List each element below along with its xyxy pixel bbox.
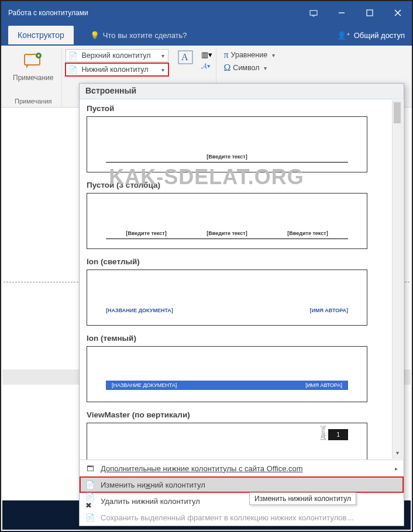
scroll-thumb[interactable] [394,102,401,123]
lightbulb-icon: 💡 [90,31,99,40]
group-label-notes: Примечания [15,98,52,105]
minimize-button[interactable] [328,1,356,25]
ribbon-tabs-row: Конструктор 💡 Что вы хотите сделать? 👤⁺ … [1,25,412,46]
svg-rect-2 [367,10,373,16]
gallery-item-title: ViewMaster (по вертикали) [84,406,391,422]
equation-button[interactable]: π Уравнение ▾ [220,49,278,61]
quickparts-icon[interactable]: ▥▾ [201,50,212,59]
window-controls [300,1,412,25]
page-delete-icon: 📄✖ [85,496,95,506]
chevron-down-icon: ▾ [264,65,267,71]
page-icon: 📄 [68,51,78,60]
share-icon: 👤⁺ [337,31,350,40]
svg-text:A: A [181,52,188,62]
gallery-item-title: Ion (темный) [84,329,391,345]
scroll-down-icon[interactable]: ▾ [393,447,402,458]
textbox-button[interactable]: A [175,49,195,65]
omega-icon: Ω [223,63,230,73]
page-icon: 📄 [68,65,78,74]
gallery-item-title: Ion (светлый) [84,253,391,268]
ribbon-display-options-button[interactable] [300,1,328,25]
symbol-button[interactable]: Ω Символ ▾ [220,62,270,74]
gallery-item-title: Пустой [84,99,391,115]
page-icon: 📄 [85,480,95,489]
gallery-item-title: Пустой (3 столбца) [84,176,391,192]
footer-preset-viewmaster[interactable]: [Дата] 1 [87,423,367,460]
comment-button[interactable]: Примечание [8,49,58,84]
pi-icon: π [223,50,228,60]
svg-rect-0 [310,11,317,15]
titlebar: Работа с колонтитулами [1,1,412,25]
header-dropdown[interactable]: 📄 Верхний колонтитул ▾ [66,49,168,62]
chevron-right-icon: ▸ [395,465,398,472]
remove-footer[interactable]: 📄✖ Удалить нижний колонтитул [80,493,404,509]
scrollbar[interactable]: ▴ ▾ [392,101,402,458]
footer-preset-ion-dark[interactable]: [НАЗВАНИЕ ДОКУМЕНТА] [ИМЯ АВТОРА] [87,346,367,402]
close-button[interactable] [384,1,412,25]
footer-preset-three-col[interactable]: [Введите текст] [Введите текст] [Введите… [87,193,367,249]
share-button[interactable]: 👤⁺ Общий доступ [337,31,405,40]
gallery-header: Встроенный [80,84,404,99]
chevron-down-icon: ▾ [161,67,164,73]
gallery-footer-menu: 🗔 Дополнительные нижние колонтитулы с са… [80,460,404,526]
tell-me-search[interactable]: 💡 Что вы хотите сделать? [90,31,187,40]
footer-gallery-dropdown: Встроенный Пустой [Введите текст] Пустой… [79,83,404,526]
maximize-button[interactable] [356,1,384,25]
chevron-down-icon: ▾ [161,53,164,59]
tab-constructor[interactable]: Конструктор [8,26,74,44]
wordart-icon[interactable]: 𝓐▾ [201,61,212,71]
page-save-icon: 📄 [85,513,95,522]
footer-dropdown[interactable]: 📄 Нижний колонтитул ▾ [66,63,168,76]
context-tab-title: Работа с колонтитулами [8,9,88,17]
office-icon: 🗔 [85,464,95,473]
footer-preset-empty[interactable]: [Введите текст] [87,116,367,172]
save-selection-to-gallery: 📄 Сохранить выделенный фрагмент в коллек… [80,509,404,526]
group-notes: Примечание Примечания [5,48,62,106]
more-footers-office[interactable]: 🗔 Дополнительные нижние колонтитулы с са… [80,460,404,476]
chevron-down-icon: ▾ [272,52,275,58]
edit-footer[interactable]: 📄 Изменить нижний колонтитул Изменить ни… [80,476,404,493]
footer-preset-ion-light[interactable]: [НАЗВАНИЕ ДОКУМЕНТА] [ИМЯ АВТОРА] [87,270,367,326]
gallery-scroll-area[interactable]: Пустой [Введите текст] Пустой (3 столбца… [80,99,404,460]
